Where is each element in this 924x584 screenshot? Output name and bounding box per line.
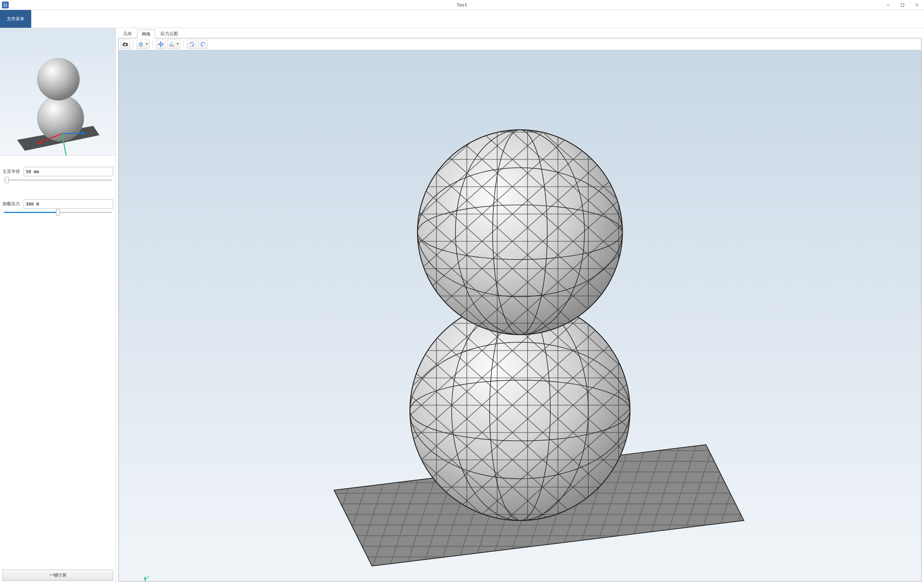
view-tabs: 几何 网格 应力云图: [119, 29, 922, 38]
minimize-icon: [886, 3, 890, 7]
main-area: 土豆半径 加载压力: [0, 28, 924, 584]
rotate-ccw-icon[interactable]: [198, 39, 208, 49]
maximize-icon: [901, 3, 904, 7]
viewer-frame: zyx: [119, 38, 922, 582]
svg-marker-25: [160, 42, 162, 43]
svg-marker-26: [160, 46, 162, 47]
mesh-viewport[interactable]: Y Z X: [119, 50, 921, 581]
camera-icon[interactable]: [120, 39, 130, 49]
file-menu-button[interactable]: 文件菜单: [0, 10, 31, 28]
svg-rect-0: [4, 3, 7, 6]
svg-line-21: [141, 43, 142, 44]
radius-label: 土豆半径: [2, 169, 22, 174]
window-controls: [881, 0, 924, 10]
svg-point-9: [37, 58, 80, 100]
pressure-label: 加载压力: [2, 201, 22, 207]
radius-input[interactable]: [24, 167, 113, 176]
parameter-panel: 土豆半径 加载压力: [0, 156, 116, 584]
svg-marker-27: [158, 44, 159, 45]
pan-icon[interactable]: [156, 39, 165, 49]
radius-slider[interactable]: [4, 179, 112, 181]
compute-button[interactable]: 一键计算: [2, 570, 113, 581]
maximize-button[interactable]: [895, 0, 910, 10]
right-panel: 几何 网格 应力云图 zyx: [116, 28, 924, 584]
window-title: Test: [457, 2, 467, 7]
toolbar-separator: [153, 40, 153, 48]
geometry-preview[interactable]: [0, 28, 116, 156]
svg-rect-17: [124, 42, 125, 43]
title-bar: Test: [0, 0, 924, 10]
menu-bar: 文件菜单: [0, 10, 924, 28]
chevron-down-icon: [145, 43, 148, 45]
tab-geometry[interactable]: 几何: [119, 29, 137, 38]
svg-text:z: z: [172, 41, 173, 43]
toolbar-separator: [183, 40, 184, 48]
close-icon: [915, 3, 919, 7]
tab-stress[interactable]: 应力云图: [156, 29, 183, 38]
axes-icon[interactable]: zyx: [167, 39, 180, 49]
chevron-down-icon: [177, 43, 179, 45]
minimize-button[interactable]: [881, 0, 895, 10]
pressure-input[interactable]: [24, 199, 113, 209]
svg-point-18: [124, 44, 126, 46]
rotate-cw-icon[interactable]: [187, 39, 196, 49]
pressure-slider[interactable]: [4, 212, 112, 213]
close-button[interactable]: [910, 0, 924, 10]
svg-rect-54: [417, 130, 623, 335]
svg-marker-60: [144, 576, 147, 579]
viewer-toolbar: zyx: [119, 38, 921, 50]
toolbar-separator: [133, 40, 134, 48]
cube-orientation-icon[interactable]: [137, 39, 150, 49]
pressure-block: 加载压力: [2, 199, 113, 213]
tab-mesh[interactable]: 网格: [137, 30, 155, 38]
svg-rect-4: [901, 3, 904, 6]
svg-line-31: [172, 46, 174, 46]
radius-block: 土豆半径: [2, 167, 113, 181]
svg-marker-28: [162, 44, 163, 45]
svg-text:y: y: [173, 44, 174, 46]
triad-y-label: Y: [147, 575, 150, 580]
svg-line-20: [139, 43, 141, 44]
app-icon: [2, 2, 9, 8]
left-panel: 土豆半径 加载压力: [0, 28, 116, 584]
